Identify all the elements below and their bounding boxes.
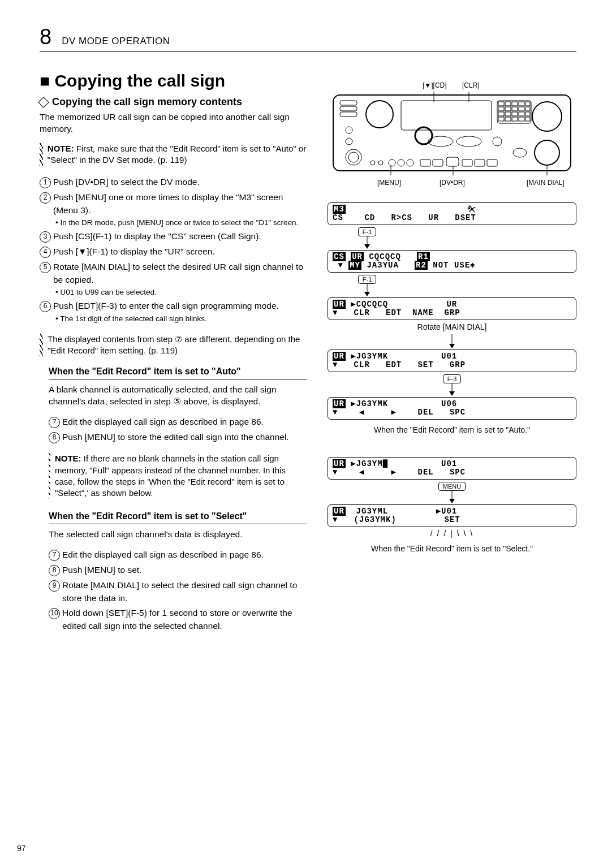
svg-point-44 bbox=[535, 140, 559, 165]
select-box: When the "Edit Record" item is set to "S… bbox=[49, 511, 307, 632]
lcd-m3: M3 ⏧ CS CD R>CS UR DSET bbox=[328, 202, 576, 225]
svg-point-4 bbox=[346, 127, 352, 133]
label-main: [MAIN DIAL] bbox=[527, 179, 565, 187]
lcd-ur1: UR ▶CQCQCQ UR ▼ CLR EDT NAME GRP bbox=[328, 297, 576, 320]
header-rule bbox=[40, 51, 576, 52]
svg-rect-22 bbox=[498, 112, 504, 116]
svg-rect-25 bbox=[519, 112, 524, 116]
note-label: NOTE: bbox=[48, 144, 74, 153]
note-top: NOTE: First, make sure that the "Edit Re… bbox=[40, 143, 307, 166]
section-title: ■ Copying the call sign bbox=[40, 71, 307, 90]
svg-point-36 bbox=[407, 159, 413, 166]
key-f3: F-3 bbox=[443, 374, 462, 383]
svg-rect-29 bbox=[512, 117, 518, 121]
svg-rect-37 bbox=[420, 159, 430, 166]
label-clr: [CLR] bbox=[462, 81, 480, 89]
svg-rect-12 bbox=[498, 102, 504, 106]
svg-rect-18 bbox=[505, 107, 511, 111]
auto-caption: When the "Edit Record" item is set to "A… bbox=[328, 425, 576, 434]
svg-point-32 bbox=[371, 161, 375, 165]
key-menu: MENU bbox=[438, 482, 466, 491]
lcd-sel2: UR JG3YML ▶U01 ▼ (JG3YMK) SET bbox=[328, 504, 576, 527]
hatch-icon bbox=[40, 143, 43, 166]
radio-figure: [▼][CD] [CLR] [MENU] [DV•DR] [MAIN DIAL] bbox=[328, 85, 576, 187]
select-steps: 7Edit the displayed call sign as describ… bbox=[49, 549, 307, 632]
step-5-sub: • U01 to U99 can be selected. bbox=[53, 287, 307, 298]
svg-rect-24 bbox=[512, 112, 518, 116]
svg-rect-27 bbox=[498, 117, 504, 121]
svg-rect-42 bbox=[487, 159, 497, 166]
label-dvdr: [DV•DR] bbox=[440, 179, 465, 187]
auto-steps: 7Edit the displayed call sign as describ… bbox=[49, 416, 307, 444]
subsection-text: Copying the call sign memory contents bbox=[52, 96, 242, 108]
diamond-icon bbox=[38, 97, 49, 108]
key-f1: F-1 bbox=[358, 275, 377, 284]
step-4: 4Push [▼](F-1) to display the "UR" scree… bbox=[40, 245, 307, 258]
svg-point-33 bbox=[378, 161, 383, 165]
svg-rect-23 bbox=[505, 112, 511, 116]
svg-point-8 bbox=[366, 101, 393, 128]
lcd-cs: CS UR CQCQCQ R1 ▼ MY JA3YUA R2 NOT USE✱ bbox=[328, 250, 576, 273]
svg-point-48 bbox=[493, 137, 502, 146]
key-f1: F-1 bbox=[358, 227, 377, 236]
select-body: The selected call sign channel's data is… bbox=[49, 529, 307, 541]
select-caption: When the "Edit Record" item is set to "S… bbox=[328, 544, 576, 553]
svg-point-6 bbox=[346, 149, 361, 165]
svg-marker-59 bbox=[449, 344, 455, 348]
svg-rect-31 bbox=[525, 117, 530, 121]
auto-step-7: 7Edit the displayed call sign as describ… bbox=[49, 416, 307, 429]
svg-rect-14 bbox=[512, 102, 518, 106]
step-6-sub: • The 1st digit of the selected call sig… bbox=[53, 314, 307, 325]
hatch-icon bbox=[49, 453, 50, 499]
svg-rect-39 bbox=[446, 157, 459, 166]
step-2: 2Push [MENU] one or more times to displa… bbox=[40, 191, 307, 228]
step-1: 1Push [DV•DR] to select the DV mode. bbox=[40, 176, 307, 189]
auto-body: A blank channel is automatically selecte… bbox=[49, 384, 307, 408]
svg-rect-38 bbox=[433, 159, 443, 166]
svg-rect-41 bbox=[475, 159, 485, 166]
svg-rect-26 bbox=[525, 112, 530, 116]
svg-rect-13 bbox=[505, 102, 511, 106]
svg-rect-21 bbox=[525, 107, 530, 111]
svg-point-35 bbox=[398, 159, 404, 166]
lcd-ur2: UR ▶JG3YMK U01 ▼ CLR EDT SET GRP bbox=[328, 349, 576, 372]
page-header: 8 DV MODE OPERATION bbox=[0, 25, 616, 51]
page-number: 97 bbox=[17, 844, 26, 853]
auto-title: When the "Edit Record" item is set to "A… bbox=[49, 366, 307, 379]
rotate-anno: Rotate [MAIN DIAL] bbox=[328, 322, 576, 331]
chapter-number: 8 bbox=[40, 25, 51, 49]
auto-note: NOTE: If there are no blank channels in … bbox=[49, 453, 307, 499]
screens-select: UR ▶JG3YM█ U01 ▼ ◀ ▶ DEL SPC MENU UR JG3… bbox=[328, 457, 576, 553]
note-mid-body: The displayed contents from step ⑦ are d… bbox=[48, 334, 307, 357]
auto-note-body: If there are no blank channels in the st… bbox=[55, 454, 286, 498]
blink-indicator: / / / | \ \ \ bbox=[328, 528, 576, 538]
step-6: 6Push [EDT](F-3) to enter the call sign … bbox=[40, 300, 307, 325]
svg-point-47 bbox=[456, 136, 481, 146]
svg-rect-17 bbox=[498, 107, 504, 111]
svg-rect-16 bbox=[525, 102, 530, 106]
select-step-9: 9Rotate [MAIN DIAL] to select the desire… bbox=[49, 579, 307, 604]
note-mid: The displayed contents from step ⑦ are d… bbox=[40, 334, 307, 357]
svg-rect-20 bbox=[519, 107, 524, 111]
svg-rect-40 bbox=[462, 159, 472, 166]
svg-marker-57 bbox=[364, 292, 370, 296]
intro-paragraph: The memorized UR call sign can be copied… bbox=[40, 111, 307, 135]
svg-rect-10 bbox=[401, 101, 492, 130]
svg-rect-19 bbox=[512, 107, 518, 111]
svg-point-45 bbox=[513, 148, 527, 157]
svg-rect-15 bbox=[519, 102, 524, 106]
select-step-10: 10Hold down [SET](F-5) for 1 second to s… bbox=[49, 607, 307, 632]
step-5: 5Rotate [MAIN DIAL] to select the desire… bbox=[40, 261, 307, 297]
lcd-sel1: UR ▶JG3YM█ U01 ▼ ◀ ▶ DEL SPC bbox=[328, 457, 576, 480]
select-step-7: 7Edit the displayed call sign as describ… bbox=[49, 549, 307, 562]
label-cd: [▼][CD] bbox=[423, 81, 447, 89]
auto-step-8: 8Push [MENU] to store the edited call si… bbox=[49, 431, 307, 444]
note-body: First, make sure that the "Edit Record" … bbox=[48, 144, 306, 165]
svg-marker-61 bbox=[449, 391, 455, 396]
svg-point-5 bbox=[346, 138, 352, 145]
svg-point-7 bbox=[348, 152, 359, 162]
svg-point-43 bbox=[532, 102, 562, 131]
select-step-8: 8Push [MENU] to set. bbox=[49, 564, 307, 577]
auto-box: When the "Edit Record" item is set to "A… bbox=[49, 366, 307, 499]
step-2-sub: • In the DR mode, push [MENU] once or tw… bbox=[53, 218, 307, 228]
